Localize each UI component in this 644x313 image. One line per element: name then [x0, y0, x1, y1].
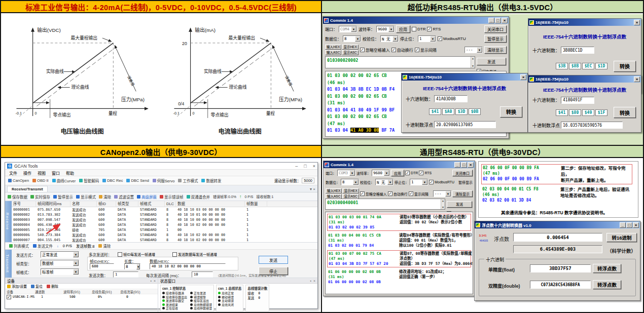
chevron-down-icon[interactable]: ▼	[387, 179, 393, 185]
hex-input[interactable]: 41A03D0B	[434, 95, 468, 102]
rts-checkbox[interactable]: RTS	[427, 27, 441, 31]
chevron-down-icon[interactable]: ▼	[73, 252, 79, 257]
toolbar-item[interactable]: 工作模式	[178, 178, 198, 183]
close-icon[interactable]: ×	[154, 279, 156, 283]
clear-display-button[interactable]: 清除显示	[484, 46, 507, 54]
toolbar-item[interactable]: 智能解码	[79, 178, 99, 183]
maximize-icon[interactable]: □	[461, 162, 467, 168]
toolbar-item[interactable]: 暂停显示	[53, 194, 73, 200]
chevron-down-icon[interactable]: ▼	[422, 179, 427, 185]
terminal-output-annotated[interactable]: 01 03 00 03 00 01 74 0A(31 ms)01 03 02 0…	[325, 212, 473, 294]
ieee-titlebar[interactable]: 16(IEEE-754)to10×	[528, 19, 641, 26]
id-increment-checkbox[interactable]: 帧ID每发送一帧递增	[118, 252, 155, 257]
input-asc-tab[interactable]: 输入ASC	[325, 50, 341, 55]
transmit-dock-strip[interactable]: Transmit	[5, 250, 12, 278]
send-button[interactable]: 发送	[477, 58, 506, 65]
hex-input[interactable]: 3B8BEC1D	[561, 47, 594, 54]
send-input[interactable]: 010300020002 ▲▼	[325, 56, 475, 68]
minimize-icon[interactable]: –	[295, 164, 298, 169]
close-icon[interactable]: ×	[468, 162, 474, 168]
close-icon[interactable]: ×	[633, 222, 639, 228]
close-icon[interactable]: ×	[520, 74, 526, 80]
maximize-icon[interactable]: □	[495, 18, 501, 23]
auto-wrap-checkbox[interactable]: 自动换行	[391, 47, 413, 53]
data-input[interactable]: 40 18 10 02 00 00 00 00	[150, 263, 226, 269]
menu-item[interactable]: 文件	[9, 170, 17, 176]
more-options-select[interactable]: ---▼	[464, 47, 483, 53]
toolbar-item[interactable]: 数据转发	[201, 178, 221, 183]
table-row[interactable]: 00000007004.155.045发送成功600DATASTANDARD84…	[12, 238, 317, 243]
ieee-titlebar[interactable]: 16(IEEE-754)to10×	[402, 73, 527, 81]
decimal-output[interactable]: 16.0357036590576	[561, 122, 623, 129]
auto-wrap-checkbox[interactable]: 自动换行	[388, 191, 408, 197]
list-mode-button[interactable]: 列表模式	[9, 243, 29, 249]
show-asc-tab[interactable]: 显示ASC	[342, 50, 358, 55]
convert-button[interactable]: 转换	[614, 107, 636, 118]
apply-button[interactable]: 应用	[396, 25, 410, 33]
toolbar-item[interactable]: DBC Rec	[102, 178, 123, 183]
chevron-down-icon[interactable]: ▼	[388, 26, 394, 32]
chevron-down-icon[interactable]: ▼	[73, 260, 79, 266]
close-icon[interactable]: ×	[313, 164, 315, 169]
toolbar-item[interactable]: 实时保存	[30, 194, 50, 200]
toolbar-item[interactable]: 伺服Servo	[153, 178, 175, 183]
tab-strip-controls[interactable]: ▾ ×	[310, 187, 315, 192]
device-row[interactable]: USBCAN-I-MS15000%0	[5, 294, 158, 299]
decimal-output[interactable]: 20.029806137085	[434, 121, 496, 128]
modbus-checkbox[interactable]: ModbusRTU	[429, 180, 454, 184]
frame-id-input[interactable]: 600	[90, 263, 114, 269]
close-icon[interactable]: ×	[634, 20, 640, 25]
receive-dock-strip[interactable]: Receive	[5, 201, 12, 242]
table-row[interactable]: 00000002013.783.302发送成功600DATASTANDARD84…	[12, 212, 317, 217]
data-increment-checkbox[interactable]: 发送数据每发送一帧递增	[172, 252, 217, 257]
send-mode-select[interactable]: 正常发送▼	[41, 251, 79, 258]
ignore-space-checkbox[interactable]: 忽略空格输入	[360, 47, 390, 53]
chevron-down-icon[interactable]: ▼	[445, 191, 451, 197]
chevron-down-icon[interactable]: ▼	[73, 269, 79, 275]
port-select[interactable]: COM4▼	[339, 26, 357, 32]
toolbar-item[interactable]: 曲线Curver	[52, 178, 76, 183]
toolbar-item[interactable]: DBC Send	[126, 178, 149, 183]
frame-type-select[interactable]: 数据帧▼	[41, 260, 79, 266]
scrollbar[interactable]: ▲▼	[441, 199, 445, 209]
single-to-float-button[interactable]: 转浮点数	[593, 264, 621, 273]
hex-input[interactable]: 4180491F	[561, 97, 594, 104]
transmit-send-button[interactable]: 发送	[259, 256, 288, 264]
chevron-down-icon[interactable]: ▼	[136, 264, 140, 269]
baud-select[interactable]: 9600▼	[372, 170, 390, 176]
scrollbar[interactable]: ▲▼	[471, 57, 475, 68]
float-value-input[interactable]: 0.006454	[513, 233, 602, 242]
chevron-down-icon[interactable]: ▼	[392, 36, 398, 42]
double-precision-input[interactable]: C073A28C5436B8FA	[530, 281, 591, 289]
table-row[interactable]: 00000001075.867.650发送成功600DATASTANDARD84…	[12, 207, 317, 212]
interval-input[interactable]: 10	[192, 271, 213, 278]
rts-checkbox[interactable]: RTS	[419, 171, 432, 175]
pause-display-button[interactable]: 暂停显示	[484, 35, 507, 43]
port-select[interactable]: COM3▼	[337, 170, 355, 176]
pin-icon[interactable]: ▪	[150, 279, 151, 283]
commix-titlebar[interactable]: Commix 1.4 _□×	[323, 17, 509, 24]
ignore-space-checkbox[interactable]: 忽略空格输入	[360, 191, 387, 197]
close-icon[interactable]: ×	[502, 18, 508, 23]
device-action-button[interactable]: 添加/设置	[7, 284, 27, 289]
ieee-titlebar[interactable]: 16(IEEE-754)to10×	[528, 75, 641, 83]
close-port-button[interactable]: 关闭串口	[484, 25, 507, 33]
send-file-button[interactable]: 发送文件	[33, 243, 53, 249]
device-action-button[interactable]: 删除	[47, 284, 58, 289]
pause-display-button[interactable]: 暂停显示	[458, 180, 473, 185]
clear-display-button[interactable]: 清除显示	[452, 190, 473, 197]
toolbar-item[interactable]: CanOpen	[8, 178, 29, 183]
menu-item[interactable]: 视图	[38, 170, 46, 176]
length-select[interactable]: 8▼	[124, 263, 140, 269]
pin-icon[interactable]: ▪	[310, 279, 311, 283]
clear-button[interactable]: 清除	[98, 243, 111, 249]
show-gap-checkbox[interactable]: 显示间隔	[415, 47, 437, 53]
show-hex-tab[interactable]: 显示HEX	[342, 188, 359, 193]
minimize-icon[interactable]: _	[488, 18, 494, 23]
toolbar-item[interactable]: 保存数据	[8, 194, 27, 200]
toolbar-item[interactable]: 显示模式	[76, 194, 96, 200]
stopbits-select[interactable]: 1▼	[418, 35, 436, 42]
maximize-icon[interactable]: □	[304, 164, 306, 169]
chevron-down-icon[interactable]: ▼	[355, 36, 361, 42]
scroll-frame-count-value[interactable]: 5000	[302, 178, 314, 183]
